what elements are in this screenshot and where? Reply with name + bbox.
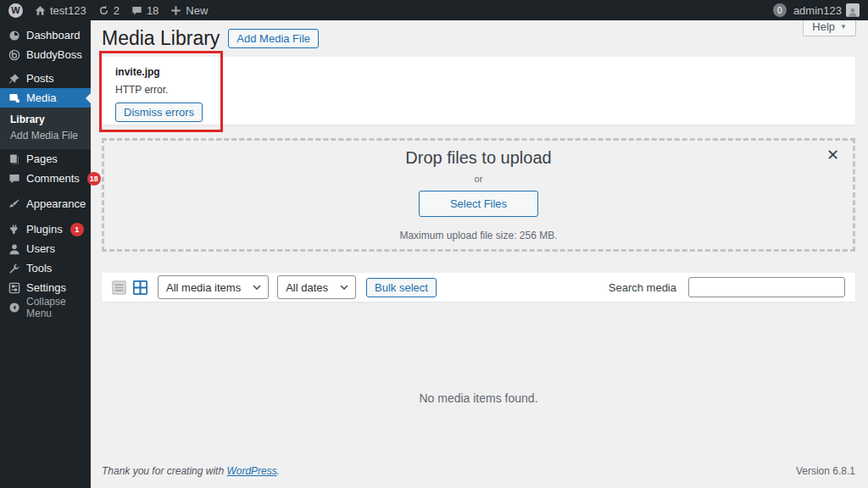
dropzone-or-label: or xyxy=(475,174,483,184)
sidebar-item-users[interactable]: Users xyxy=(0,239,91,258)
add-media-file-button[interactable]: Add Media File xyxy=(228,29,319,48)
plugin-icon xyxy=(8,224,20,236)
submenu-item-library[interactable]: Library xyxy=(0,112,91,128)
media-type-filter-select[interactable]: All media items xyxy=(158,275,269,299)
comments-icon xyxy=(8,173,20,185)
updates-count: 2 xyxy=(114,4,120,17)
upload-error-panel: invite.jpg HTTP error. Dismiss errors xyxy=(102,57,855,125)
sidebar-item-label: Posts xyxy=(26,72,54,85)
pushpin-icon xyxy=(8,73,20,85)
sidebar-item-label: Plugins xyxy=(26,223,63,236)
user-icon xyxy=(8,243,20,255)
grid-view-icon[interactable] xyxy=(133,280,147,295)
help-label: Help xyxy=(812,20,835,33)
sidebar-item-label: Tools xyxy=(26,262,52,274)
date-filter-select[interactable]: All dates xyxy=(277,275,356,299)
sidebar-item-posts[interactable]: Posts xyxy=(0,69,91,88)
submenu-item-add-media-file[interactable]: Add Media File xyxy=(0,128,91,144)
plus-icon xyxy=(170,5,181,16)
sidebar-item-plugins[interactable]: Plugins 1 xyxy=(0,219,91,239)
footer-thanks-suffix: . xyxy=(277,465,280,477)
max-upload-size-note: Maximum upload file size: 256 MB. xyxy=(399,230,557,241)
sidebar-item-label: Pages xyxy=(26,152,58,165)
pages-icon xyxy=(8,153,20,165)
media-toolbar: All media items All dates Bulk select Se… xyxy=(102,273,855,302)
collapse-arrow-icon xyxy=(8,302,20,313)
error-filename: invite.jpg xyxy=(115,66,842,78)
comments-count: 18 xyxy=(147,4,159,17)
notifications-bubble[interactable]: 0 xyxy=(773,3,787,17)
dismiss-errors-button[interactable]: Dismiss errors xyxy=(115,103,203,122)
home-icon xyxy=(35,5,46,16)
avatar xyxy=(846,3,860,17)
buddyboss-icon xyxy=(8,49,20,61)
sidebar-item-label: Users xyxy=(26,242,55,255)
footer-thanks-text: Thank you for creating with xyxy=(102,465,226,477)
search-media-input[interactable] xyxy=(688,277,845,297)
sidebar-item-buddyboss[interactable]: BuddyBoss xyxy=(0,45,91,64)
admin-bar: W test123 2 18 New 0 xyxy=(0,0,868,20)
version-label: Version 6.8.1 xyxy=(796,465,855,477)
new-label: New xyxy=(186,4,208,17)
close-icon[interactable]: ✕ xyxy=(826,147,839,163)
media-submenu: Library Add Media File xyxy=(0,108,91,149)
updates-icon xyxy=(98,5,109,16)
username-label: admin123 xyxy=(793,4,842,17)
account-menu[interactable]: admin123 xyxy=(793,3,860,17)
site-name-label: test123 xyxy=(50,4,86,17)
search-media-label: Search media xyxy=(609,281,676,294)
wordpress-link[interactable]: WordPress xyxy=(226,465,276,477)
sidebar-item-label: Collapse Menu xyxy=(26,296,91,319)
media-icon xyxy=(8,92,20,104)
sidebar-item-label: Media xyxy=(26,92,56,104)
sidebar-item-tools[interactable]: Tools xyxy=(0,258,91,278)
sidebar-item-label: BuddyBoss xyxy=(26,48,82,61)
wordpress-logo-menu[interactable]: W xyxy=(8,3,23,18)
empty-library-message: No media items found. xyxy=(102,391,855,405)
page-title: Media Library xyxy=(102,27,220,50)
chevron-down-icon: ▼ xyxy=(840,23,847,30)
drop-files-zone[interactable]: ✕ Drop files to upload or Select Files M… xyxy=(102,138,855,252)
new-content-menu[interactable]: New xyxy=(170,4,208,17)
site-name-link[interactable]: test123 xyxy=(35,4,86,17)
admin-sidebar: Dashboard BuddyBoss Posts Media Library … xyxy=(0,20,91,488)
paintbrush-icon xyxy=(8,198,20,210)
sidebar-item-media[interactable]: Media xyxy=(0,88,91,108)
sidebar-item-label: Settings xyxy=(26,281,66,294)
admin-footer: Thank you for creating with WordPress. V… xyxy=(102,465,855,477)
sidebar-item-collapse-menu[interactable]: Collapse Menu xyxy=(0,297,91,317)
error-message: HTTP error. xyxy=(115,84,842,96)
sidebar-item-label: Appearance xyxy=(26,197,86,210)
comments-moderation-link[interactable]: 18 xyxy=(131,4,159,17)
content-area: Help ▼ Media Library Add Media File invi… xyxy=(91,20,868,488)
comments-count-badge: 18 xyxy=(87,172,101,186)
sidebar-item-label: Comments xyxy=(26,172,80,185)
plugins-count-badge: 1 xyxy=(70,223,84,236)
sidebar-item-pages[interactable]: Pages xyxy=(0,149,91,169)
comment-bubble-icon xyxy=(131,5,142,16)
sidebar-item-dashboard[interactable]: Dashboard xyxy=(0,25,91,45)
sidebar-item-appearance[interactable]: Appearance xyxy=(0,194,91,214)
select-files-button[interactable]: Select Files xyxy=(419,191,538,217)
sidebar-item-comments[interactable]: Comments 18 xyxy=(0,169,91,188)
updates-link[interactable]: 2 xyxy=(98,4,120,17)
wrench-icon xyxy=(8,263,20,274)
settings-icon xyxy=(8,282,20,294)
dropzone-title: Drop files to upload xyxy=(405,148,551,168)
dashboard-icon xyxy=(8,30,20,42)
bulk-select-button[interactable]: Bulk select xyxy=(366,278,437,297)
list-view-icon[interactable] xyxy=(112,280,126,295)
media-type-filter-value: All media items xyxy=(166,281,241,294)
sidebar-item-label: Dashboard xyxy=(26,29,81,42)
date-filter-value: All dates xyxy=(286,281,328,294)
wordpress-logo-icon: W xyxy=(8,3,23,18)
